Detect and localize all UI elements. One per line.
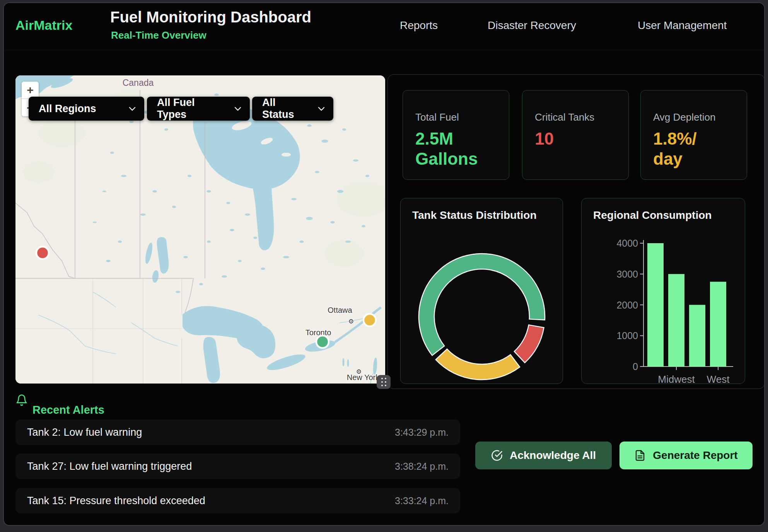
kpi-avg-depletion: Avg Depletion 1.8%/day [640,90,747,180]
generate-report-label: Generate Report [653,449,737,462]
map-panel: Canada OttawaTorontoNew York + − All Reg… [15,75,385,384]
map-resize-handle[interactable] [377,375,391,389]
stats-panel: Total Fuel 2.5M Gallons Critical Tanks 1… [387,74,765,389]
kpi-value: 2.5M Gallons [415,129,497,169]
svg-text:1000: 1000 [616,330,638,341]
map-canvas[interactable]: Canada OttawaTorontoNew York + − All Reg… [15,75,385,384]
regional-consumption-bar-chart: 01000200030004000MidwestWest [582,198,746,384]
kpi-label: Avg Depletion [653,111,735,123]
alert-timestamp: 3:33:24 p.m. [395,495,449,506]
alert-text: Tank 27: Low fuel warning triggered [27,460,192,472]
acknowledge-all-label: Acknowledge All [510,449,596,462]
check-circle-icon [491,450,503,461]
tank-marker-critical[interactable] [36,247,49,259]
generate-report-button[interactable]: Generate Report [620,442,753,469]
alert-timestamp: 3:43:29 p.m. [395,427,449,438]
alerts-section-title: Recent Alerts [32,404,104,416]
svg-text:3000: 3000 [616,269,638,280]
nav-item-user-management[interactable]: User Management [638,19,727,32]
page-subtitle: Real-Time Overview [111,29,207,41]
filter-regions-dropdown[interactable]: All Regions [29,97,144,121]
filter-regions-label: All Regions [39,103,96,115]
kpi-value: 10 [535,129,617,149]
map-city-label: Toronto [305,328,331,337]
chevron-down-icon [225,107,241,111]
donut-segment [514,325,544,363]
tank-status-donut-chart [401,198,563,384]
bell-icon [15,394,28,408]
chevron-down-icon [119,107,136,111]
filter-fuel-types-dropdown[interactable]: All Fuel Types [147,97,250,121]
tank-marker-warning[interactable] [364,314,376,326]
tank-status-card: Tank Status Distribution [400,198,563,384]
alert-list-item[interactable]: Tank 2: Low fuel warning 3:43:29 p.m. [15,419,460,445]
bar-region-0 [647,243,664,367]
svg-text:2000: 2000 [616,300,638,310]
map-graphic: Canada OttawaTorontoNew York [15,75,385,384]
chevron-down-icon [309,107,325,111]
nav-item-reports[interactable]: Reports [400,19,438,32]
map-city-label: Ottawa [328,306,352,314]
filter-status-dropdown[interactable]: All Status [252,97,333,121]
kpi-label: Total Fuel [415,111,497,123]
map-filter-bar: All Regions All Fuel Types All Status [29,97,333,121]
kpi-critical-tanks: Critical Tanks 10 [522,90,629,180]
svg-text:Midwest: Midwest [658,373,695,384]
donut-segment [436,349,520,380]
bar-region-3 [710,282,726,367]
alert-list-item[interactable]: Tank 27: Low fuel warning triggered 3:38… [15,454,460,479]
dashboard-window: AirMatrix Fuel Monitoring Dashboard Real… [3,2,765,526]
bar-region-1 [668,274,684,367]
acknowledge-all-button[interactable]: Acknowledge All [475,442,612,469]
filter-status-label: All Status [262,97,309,121]
kpi-value: 1.8%/day [653,129,701,169]
bar-region-2 [689,305,705,367]
map-city-label: New York [347,373,380,382]
kpi-total-fuel: Total Fuel 2.5M Gallons [403,90,509,180]
map-label-country: Canada [123,78,154,88]
alert-list-item[interactable]: Tank 15: Pressure threshold exceeded 3:3… [15,488,460,513]
file-text-icon [634,450,646,461]
header: AirMatrix Fuel Monitoring Dashboard Real… [4,3,764,50]
regional-consumption-card: 01000200030004000MidwestWest Regional Co… [581,198,745,384]
alert-text: Tank 15: Pressure threshold exceeded [27,495,205,507]
tank-marker-normal[interactable] [316,336,329,348]
svg-text:4000: 4000 [616,238,638,249]
filter-fuel-types-label: All Fuel Types [157,97,225,121]
alert-timestamp: 3:38:24 p.m. [395,461,449,472]
chart-title: Tank Status Distribution [412,209,537,222]
svg-text:0: 0 [633,361,638,372]
svg-text:West: West [707,373,730,384]
chart-title: Regional Consumption [593,209,712,222]
kpi-label: Critical Tanks [535,111,617,123]
app-logo: AirMatrix [15,18,72,33]
alert-text: Tank 2: Low fuel warning [27,426,142,438]
page-title: Fuel Monitoring Dashboard [110,9,311,26]
nav-item-disaster-recovery[interactable]: Disaster Recovery [488,19,576,32]
